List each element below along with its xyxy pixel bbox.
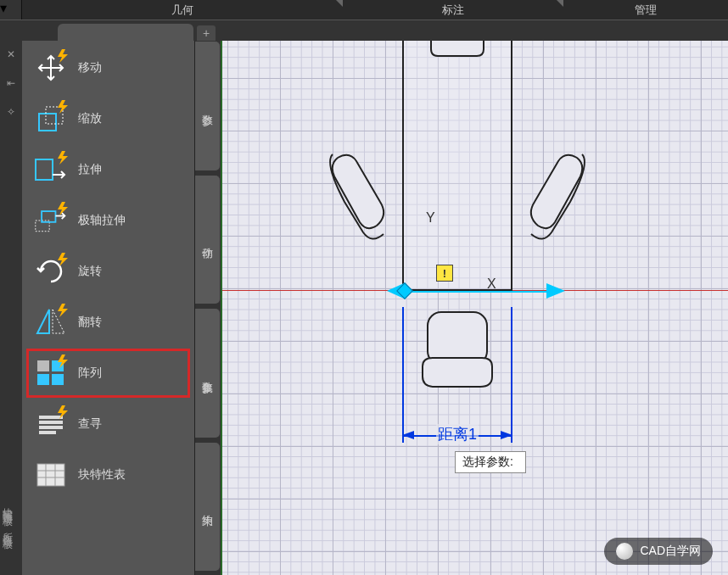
svg-marker-14 xyxy=(37,310,49,333)
move-icon xyxy=(34,53,68,83)
tool-rotate[interactable]: 旋转 xyxy=(27,248,189,295)
side-tab-strip: 参数 动作 参数集 约束 xyxy=(195,41,221,575)
watermark: CAD自学网 xyxy=(604,538,713,565)
flip-icon xyxy=(34,307,68,338)
side-tab-actions[interactable]: 动作 xyxy=(195,175,221,305)
dim-arrow-right xyxy=(501,431,512,439)
bolt-icon xyxy=(58,354,70,368)
close-icon[interactable]: ✕ xyxy=(4,47,18,61)
bolt-icon xyxy=(58,151,70,165)
tab-dropdown[interactable]: ▾ xyxy=(0,0,22,20)
table-icon xyxy=(34,460,68,490)
svg-marker-2 xyxy=(58,49,68,63)
wechat-icon xyxy=(616,543,633,560)
tool-polar-stretch[interactable]: 极轴拉伸 xyxy=(27,197,189,244)
action-toolbox: 移动 缩放 拉伸 极轴拉伸 xyxy=(22,41,195,575)
tooltip-text: 选择参数: xyxy=(462,455,513,468)
tab-manage[interactable]: 管理 xyxy=(563,0,728,20)
file-tab-bar: + xyxy=(0,20,728,41)
dim-ext-left xyxy=(402,307,404,443)
tool-label: 移动 xyxy=(78,60,102,75)
tool-block-table[interactable]: 块特性表 xyxy=(27,451,189,499)
tab-geometry[interactable]: 几何 xyxy=(22,0,343,20)
bolt-icon xyxy=(58,202,70,215)
plus-icon: + xyxy=(203,26,210,40)
svg-rect-17 xyxy=(37,360,49,371)
polar-stretch-icon xyxy=(34,205,68,236)
expand-icon[interactable] xyxy=(557,0,563,7)
tool-array[interactable]: 阵列 xyxy=(27,349,189,397)
lookup-icon xyxy=(34,409,68,439)
add-tab-button[interactable]: + xyxy=(197,25,216,41)
bolt-icon xyxy=(58,253,70,266)
drawing-canvas[interactable]: ! X Y 距离1 选择参数: CAD自学网 xyxy=(221,41,728,575)
svg-marker-8 xyxy=(58,151,68,165)
svg-rect-3 xyxy=(39,114,56,131)
main-area: ✕ ⇤ ✧ 块编写选项板 - 所有选项板 移动 缩放 拉伸 xyxy=(0,41,728,575)
svg-rect-19 xyxy=(37,374,49,385)
warn-label: ! xyxy=(443,267,446,280)
bolt-icon xyxy=(58,49,70,63)
tab-label: 管理 xyxy=(635,3,657,18)
array-icon xyxy=(34,358,68,388)
side-tab-constraints[interactable]: 约束 xyxy=(195,442,221,572)
collapse-icon[interactable]: ⇤ xyxy=(4,76,18,90)
warning-grip[interactable]: ! xyxy=(436,265,453,282)
ribbon-tabs: ▾ 几何 标注 管理 xyxy=(0,0,728,20)
tool-label: 极轴拉伸 xyxy=(78,213,126,228)
tool-label: 阵列 xyxy=(78,366,102,381)
tab-label: 标注 xyxy=(442,3,464,18)
tool-label: 翻转 xyxy=(78,315,102,330)
tool-scale[interactable]: 缩放 xyxy=(27,95,189,142)
svg-marker-5 xyxy=(58,100,68,114)
svg-rect-6 xyxy=(36,159,53,180)
tool-label: 拉伸 xyxy=(78,162,102,177)
expand-icon[interactable] xyxy=(336,0,343,7)
watermark-text: CAD自学网 xyxy=(640,544,701,559)
dim-arrow-left xyxy=(402,431,414,439)
svg-marker-13 xyxy=(58,253,68,266)
svg-rect-32 xyxy=(428,312,487,365)
tool-label: 查寻 xyxy=(78,416,102,432)
svg-marker-26 xyxy=(58,405,68,419)
tool-label: 缩放 xyxy=(78,111,102,126)
svg-marker-12 xyxy=(58,202,68,215)
rotate-icon xyxy=(34,256,68,287)
svg-rect-25 xyxy=(39,431,56,434)
palette-title: 块编写选项板 - 所有选项板 xyxy=(0,500,14,533)
svg-marker-21 xyxy=(58,354,68,368)
bolt-icon xyxy=(58,304,70,317)
side-tab-params[interactable]: 参数 xyxy=(195,41,221,171)
linear-parameter[interactable] xyxy=(387,283,565,299)
bolt-icon xyxy=(58,100,70,114)
svg-rect-24 xyxy=(39,426,63,429)
param-arrow-right[interactable] xyxy=(546,283,565,299)
stretch-icon xyxy=(34,154,68,185)
svg-rect-20 xyxy=(52,374,64,385)
tab-label: 几何 xyxy=(171,3,193,18)
tool-label: 旋转 xyxy=(78,264,102,279)
svg-marker-16 xyxy=(58,304,68,317)
dim-ext-right xyxy=(511,307,512,443)
command-tooltip: 选择参数: xyxy=(455,451,526,473)
drawing-content: ! X Y 距离1 选择参数: xyxy=(221,41,728,575)
tool-stretch[interactable]: 拉伸 xyxy=(27,146,189,193)
param-line xyxy=(402,291,548,293)
svg-rect-23 xyxy=(39,421,63,424)
side-tab-param-sets[interactable]: 参数集 xyxy=(195,308,221,438)
bolt-icon xyxy=(58,405,70,419)
file-tab[interactable] xyxy=(58,24,193,41)
options-icon[interactable]: ✧ xyxy=(4,105,18,119)
dim-label: 距离1 xyxy=(436,424,479,444)
svg-rect-27 xyxy=(37,464,64,486)
dimension[interactable]: 距离1 xyxy=(402,426,512,444)
tab-annotate[interactable]: 标注 xyxy=(343,0,563,20)
tool-move[interactable]: 移动 xyxy=(27,44,189,92)
tool-flip[interactable]: 翻转 xyxy=(27,299,189,346)
tool-label: 块特性表 xyxy=(78,467,126,483)
tool-lookup[interactable]: 查寻 xyxy=(27,400,189,448)
scale-icon xyxy=(34,103,68,134)
palette-strip: ✕ ⇤ ✧ 块编写选项板 - 所有选项板 xyxy=(0,41,22,575)
axis-y-label: Y xyxy=(426,210,435,226)
chair-shapes xyxy=(221,41,728,575)
